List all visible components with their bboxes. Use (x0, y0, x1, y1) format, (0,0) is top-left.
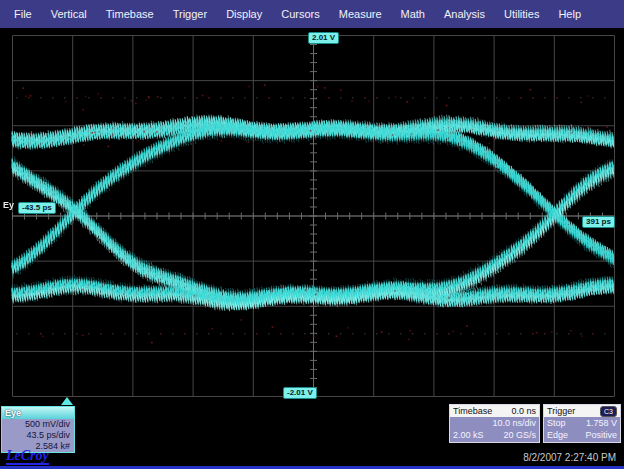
status-datetime: 8/2/2007 2:27:40 PM (523, 452, 616, 463)
timebase-rate: 20 GS/s (503, 429, 536, 441)
trace-position-marker[interactable] (61, 397, 73, 405)
trigger-level: 1.758 V (586, 417, 617, 429)
timebase-title: Timebase (453, 405, 492, 417)
trigger-type: Edge (547, 429, 568, 441)
trigger-mode: Stop (547, 417, 566, 429)
trace-label: Ey (3, 200, 14, 210)
menu-item-math[interactable]: Math (395, 5, 431, 23)
menu-item-trigger[interactable]: Trigger (167, 5, 213, 23)
trigger-title: Trigger (547, 405, 575, 417)
cursor-top-voltage-badge[interactable]: 2.01 V (308, 32, 339, 44)
timebase-samples: 2.00 kS (453, 429, 484, 441)
timebase-panel[interactable]: Timebase 0.0 ns 10.0 ns/div 2.00 kS 20 G… (449, 404, 540, 443)
menu-item-display[interactable]: Display (220, 5, 268, 23)
trigger-slope: Positive (585, 429, 617, 441)
menu-item-timebase[interactable]: Timebase (100, 5, 160, 23)
menu-item-analysis[interactable]: Analysis (438, 5, 491, 23)
lecroy-logo[interactable]: LeCroy (6, 448, 49, 465)
cursor-right-time-badge[interactable]: 391 ps (582, 216, 615, 228)
menu-item-file[interactable]: File (8, 5, 38, 23)
eye-time-per-div: 43.5 ps/div (2, 430, 74, 441)
cursor-left-time-badge[interactable]: -43.5 ps (18, 202, 56, 214)
timebase-offset: 0.0 ns (511, 405, 536, 417)
menu-item-vertical[interactable]: Vertical (45, 5, 93, 23)
eye-diagram-canvas[interactable] (0, 28, 624, 405)
menu-item-help[interactable]: Help (552, 5, 587, 23)
timebase-per-div: 10.0 ns/div (492, 417, 536, 429)
eye-descriptor-panel[interactable]: Eye 500 mV/div 43.5 ps/div 2.584 k# (1, 406, 75, 453)
eye-descriptor-title[interactable]: Eye (2, 407, 74, 419)
oscilloscope-screen: FileVerticalTimebaseTriggerDisplayCursor… (0, 0, 624, 469)
menu-bar: FileVerticalTimebaseTriggerDisplayCursor… (0, 0, 624, 28)
trigger-panel[interactable]: Trigger C3 Stop 1.758 V Edge Positive (543, 404, 621, 443)
cursor-bottom-voltage-badge[interactable]: -2.01 V (283, 387, 317, 399)
eye-volts-per-div: 500 mV/div (2, 419, 74, 430)
menu-item-utilities[interactable]: Utilities (498, 5, 545, 23)
menu-item-cursors[interactable]: Cursors (275, 5, 326, 23)
menu-item-measure[interactable]: Measure (333, 5, 388, 23)
trigger-source-badge: C3 (600, 406, 617, 417)
